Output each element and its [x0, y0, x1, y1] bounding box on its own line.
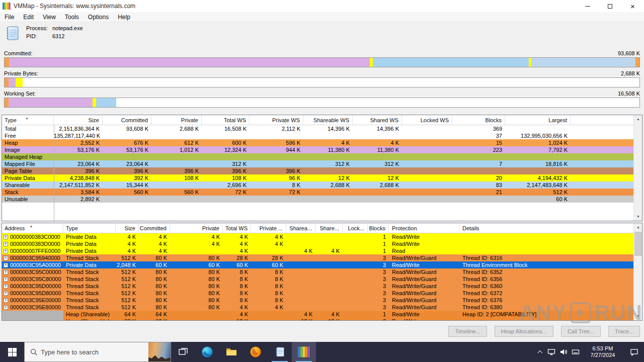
scrollbar-thumb[interactable] — [634, 232, 642, 256]
expand-icon[interactable]: + — [4, 270, 8, 275]
expand-icon[interactable]: + — [4, 305, 8, 310]
expand-icon[interactable]: + — [4, 263, 8, 267]
region-row-0000003c95c80000[interactable]: +0000003C95C80000Thread Stack512 K80 K80… — [2, 276, 633, 283]
region-row-00000000383c0000[interactable]: +00000000383C0000Private Data4 K4 K4 K4 … — [2, 233, 633, 240]
type-row-free[interactable]: Free135,287,117,440 K37132,995,030,656 K — [2, 132, 633, 139]
search-highlight-image[interactable] — [148, 342, 171, 361]
region-row-0000003c95e80000[interactable]: +0000003C95E80000Thread Stack512 K80 K80… — [2, 304, 633, 311]
minimize-button[interactable] — [576, 0, 599, 12]
type-row-private-data[interactable]: Private Data4,238,848 K392 K108 K108 K96… — [2, 174, 633, 182]
region-row-0000003c95e00000[interactable]: +0000003C95E00000Thread Stack512 K80 K80… — [2, 297, 633, 304]
trace-button[interactable]: Trace... — [608, 326, 640, 337]
type-row-managed-heap[interactable]: Managed Heap — [2, 153, 633, 160]
taskbar-notepad-button[interactable] — [268, 342, 292, 362]
tray-expand-button[interactable] — [535, 350, 545, 354]
cell-shareable-ws — [303, 167, 353, 174]
search-box[interactable]: Type here to search — [24, 342, 171, 362]
region-col-share[interactable]: Share... — [315, 223, 343, 233]
cell-total-ws: 12,324 K — [202, 146, 250, 153]
language-tray-button[interactable] — [570, 348, 582, 356]
region-row-group-11[interactable]: Heap (Shareable)64 K64 K4 K4 K4 K1Read/W… — [2, 311, 633, 318]
region-col-private[interactable]: Private — [170, 223, 223, 233]
region-col-sharea[interactable]: Sharea... — [286, 223, 315, 233]
taskbar-vmmap-button[interactable] — [292, 342, 316, 362]
maximize-button[interactable] — [599, 0, 621, 12]
menu-options[interactable]: Options — [84, 14, 113, 21]
close-icon: × — [630, 3, 635, 10]
region-table-scrollbar[interactable]: ▲ ▼ — [633, 223, 642, 320]
volume-tray-button[interactable] — [557, 348, 570, 356]
region-row-group-12[interactable]: Heap (Shareable)32 K32 K12 K12 K12 K2Rea… — [2, 318, 633, 320]
timeline-button[interactable]: Timeline... — [448, 326, 487, 337]
region-row-0000003c95d00000[interactable]: +0000003C95D00000Thread Stack512 K80 K80… — [2, 283, 633, 290]
region-col-private[interactable]: Private ... — [251, 223, 286, 233]
type-col-private-ws[interactable]: Private WS — [250, 115, 303, 125]
committed-value: 93,608 K — [618, 50, 640, 56]
type-col-committed[interactable]: Committed — [103, 115, 151, 125]
type-row-heap[interactable]: Heap2,552 K676 K612 K600 K596 K4 K4 K151… — [2, 139, 633, 146]
scroll-up-icon[interactable]: ▲ — [634, 115, 642, 123]
region-col-type[interactable]: Type — [63, 223, 116, 233]
type-row-stack[interactable]: Stack3,584 K560 K560 K72 K72 K21512 K — [2, 189, 633, 196]
type-table-scrollbar[interactable]: ▲ ▼ — [633, 115, 642, 221]
type-row-page-table[interactable]: Page Table396 K396 K396 K396 K396 K — [2, 167, 633, 174]
region-col-total-ws[interactable]: Total WS — [223, 223, 251, 233]
network-tray-button[interactable] — [545, 348, 557, 356]
region-row-0000003c95a00000[interactable]: +0000003C95A00000Private Data2,048 K60 K… — [2, 261, 633, 268]
taskbar-file-explorer-button[interactable] — [219, 342, 244, 362]
type-row-image[interactable]: Image53,176 K53,176 K1,012 K12,324 K944 … — [2, 146, 633, 153]
type-col-size[interactable]: Size — [54, 115, 103, 125]
expand-icon[interactable]: + — [4, 242, 8, 246]
type-col-largest[interactable]: Largest — [505, 115, 571, 125]
action-center-button[interactable] — [624, 348, 644, 356]
expand-icon[interactable]: + — [4, 291, 8, 296]
type-col-shared-ws[interactable]: Shared WS — [353, 115, 402, 125]
type-row-total[interactable]: Total2,151,836,364 K93,608 K2,688 K16,50… — [2, 125, 633, 132]
expand-icon[interactable]: + — [4, 284, 8, 289]
type-row-mapped-file[interactable]: Mapped File23,064 K23,064 K312 K312 K312… — [2, 160, 633, 167]
type-row-unusable[interactable]: Unusable2,892 K60 K — [2, 196, 633, 203]
type-col-private[interactable]: Private — [151, 115, 202, 125]
taskbar-edge-button[interactable] — [195, 342, 219, 362]
menu-edit[interactable]: Edit — [19, 14, 38, 21]
expand-icon[interactable]: + — [4, 277, 8, 282]
scroll-up-icon[interactable]: ▲ — [634, 223, 642, 231]
start-button[interactable] — [0, 342, 24, 362]
type-col-type[interactable]: Type▲ — [2, 115, 54, 125]
region-col-details[interactable]: Details — [459, 223, 642, 233]
scroll-down-icon[interactable]: ▼ — [634, 213, 642, 221]
taskbar-clock[interactable]: 6:53 PM 7/27/2024 — [585, 345, 621, 358]
type-row-shareable[interactable]: Shareable2,147,511,852 K15,344 K2,696 K8… — [2, 182, 633, 189]
region-col-size[interactable]: Size — [116, 223, 139, 233]
region-row-0000003c95940000[interactable]: +0000003C95940000Thread Stack512 K80 K80… — [2, 254, 633, 261]
region-row-0000003c95c00000[interactable]: +0000003C95C00000Thread Stack512 K80 K80… — [2, 268, 633, 276]
region-row-00000000383d0000[interactable]: +00000000383D0000Private Data4 K4 K4 K4 … — [2, 240, 633, 247]
region-col-blocks[interactable]: Blocks — [368, 223, 389, 233]
region-row-000000007ffe0000[interactable]: +000000007FFE0000Private Data4 K4 K4 K4 … — [2, 247, 633, 254]
type-col-locked-ws[interactable]: Locked WS — [402, 115, 452, 125]
type-col-blocks[interactable]: Blocks — [452, 115, 505, 125]
expand-icon[interactable]: + — [4, 256, 8, 260]
call-tree-button[interactable]: Call Tree... — [561, 326, 601, 337]
cell-address — [2, 311, 63, 318]
menu-view[interactable]: View — [38, 14, 60, 21]
region-col-lock[interactable]: Lock... — [343, 223, 368, 233]
taskbar-firefox-button[interactable] — [244, 342, 268, 362]
close-button[interactable]: × — [621, 0, 644, 12]
region-row-0000003c95d80000[interactable]: +0000003C95D80000Thread Stack512 K80 K80… — [2, 290, 633, 297]
task-view-button[interactable] — [171, 342, 195, 362]
region-col-committed[interactable]: Committed — [139, 223, 170, 233]
menu-file[interactable]: File — [0, 14, 19, 21]
region-col-protection[interactable]: Protection — [389, 223, 459, 233]
expand-icon[interactable]: + — [4, 235, 8, 239]
bar-segment — [531, 58, 635, 67]
type-col-shareable-ws[interactable]: Shareable WS — [303, 115, 353, 125]
region-col-address[interactable]: Address▲ — [2, 223, 63, 233]
expand-icon[interactable]: + — [4, 298, 8, 303]
heap-allocations-button[interactable]: Heap Allocations... — [495, 326, 553, 337]
scroll-down-icon[interactable]: ▼ — [634, 312, 642, 320]
menu-tools[interactable]: Tools — [60, 14, 84, 21]
expand-icon[interactable]: + — [4, 249, 8, 253]
type-col-total-ws[interactable]: Total WS — [202, 115, 250, 125]
menu-help[interactable]: Help — [113, 14, 135, 21]
